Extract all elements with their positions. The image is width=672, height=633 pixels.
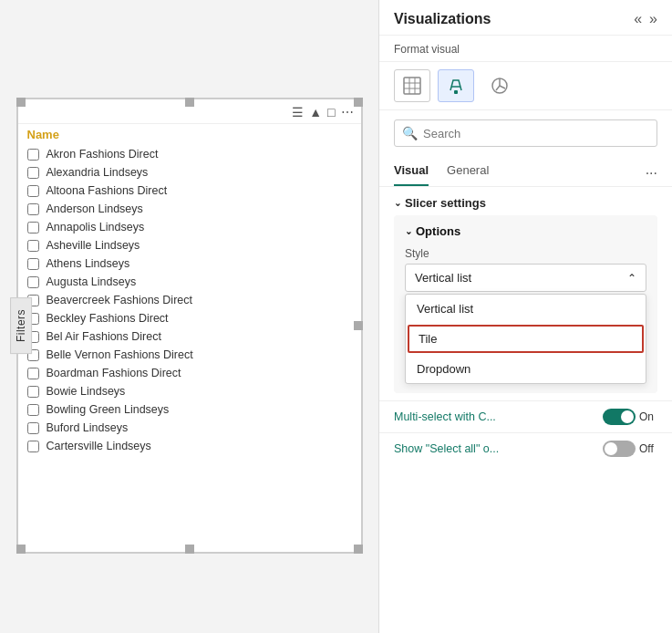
visualizations-header: Visualizations « » — [379, 0, 672, 36]
style-dropdown-trigger[interactable]: Vertical list ⌃ — [405, 264, 646, 292]
multi-select-knob — [621, 410, 634, 423]
list-item[interactable]: Bowie Lindseys — [22, 382, 357, 400]
chevron-right-icon[interactable]: » — [649, 11, 657, 27]
list-item[interactable]: Bel Air Fashions Direct — [22, 327, 357, 346]
handle-tm[interactable] — [185, 98, 194, 107]
show-select-all-state: Off — [639, 442, 657, 455]
dropdown-item-tile[interactable]: Tile — [408, 325, 644, 353]
more-icon[interactable]: ⋯ — [341, 105, 354, 119]
chevron-down-icon-options: ⌄ — [405, 226, 412, 236]
handle-tl[interactable] — [16, 98, 26, 107]
search-box[interactable]: 🔍 — [394, 119, 657, 147]
list-item-label: Boardman Fashions Direct — [47, 367, 181, 379]
show-select-all-toggle[interactable]: Off — [603, 441, 657, 457]
list-item[interactable]: Bowling Green Lindseys — [22, 400, 357, 419]
list-item-label: Buford Lindseys — [47, 421, 129, 434]
list-item-checkbox[interactable] — [27, 167, 39, 179]
visualizations-title: Visualizations — [394, 11, 491, 27]
list-item-checkbox[interactable] — [27, 368, 39, 379]
list-item[interactable]: Beckley Fashions Direct — [22, 309, 357, 327]
multi-select-track[interactable] — [603, 409, 636, 425]
analytics-icon-btn[interactable] — [481, 69, 518, 102]
list-item[interactable]: Athens Lindseys — [22, 254, 357, 273]
list-item-label: Beckley Fashions Direct — [47, 312, 169, 325]
format-visual-label: Format visual — [379, 36, 672, 62]
list-item[interactable]: Beavercreek Fashions Direct — [22, 291, 357, 309]
style-label: Style — [405, 247, 646, 260]
list-item-checkbox[interactable] — [27, 258, 39, 270]
list-item[interactable]: Annapolis Lindseys — [22, 218, 357, 236]
chevron-left-icon[interactable]: « — [634, 11, 642, 27]
handle-bl[interactable] — [16, 545, 26, 554]
list-item[interactable]: Asheville Lindseys — [22, 236, 357, 254]
list-item-label: Annapolis Lindseys — [47, 221, 145, 233]
tab-visual[interactable]: Visual — [394, 156, 429, 186]
dropdown-item-vertical[interactable]: Vertical list — [406, 295, 646, 323]
list-item-checkbox[interactable] — [27, 185, 39, 197]
show-select-all-knob — [605, 442, 617, 455]
slicer-list[interactable]: Akron Fashions DirectAlexandria Lindseys… — [18, 145, 361, 534]
handle-tr[interactable] — [354, 98, 363, 107]
list-item-checkbox[interactable] — [27, 441, 39, 452]
list-item[interactable]: Alexandria Lindseys — [22, 163, 357, 182]
list-item-checkbox[interactable] — [27, 422, 39, 434]
tabs-more[interactable]: ... — [646, 161, 657, 182]
list-item-label: Augusta Lindseys — [47, 275, 137, 288]
list-item-label: Alexandria Lindseys — [47, 166, 149, 179]
list-item[interactable]: Augusta Lindseys — [22, 273, 357, 291]
dropdown-item-dropdown[interactable]: Dropdown — [406, 355, 646, 383]
chevron-down-icon: ⌄ — [394, 198, 401, 208]
list-item-label: Asheville Lindseys — [47, 239, 140, 252]
list-item[interactable]: Cartersville Lindseys — [22, 437, 357, 455]
slicer-settings-header[interactable]: ⌄ Slicer settings — [379, 187, 672, 215]
list-item-checkbox[interactable] — [27, 222, 39, 233]
slicer-visual: ☰ ▲ □ ⋯ Name Akron Fashions DirectAlexan… — [16, 98, 363, 554]
list-item-checkbox[interactable] — [27, 276, 39, 288]
handle-br[interactable] — [354, 545, 363, 554]
paint-icon-btn[interactable] — [438, 69, 474, 102]
list-item-label: Bel Air Fashions Direct — [47, 330, 161, 343]
list-item-checkbox[interactable] — [27, 149, 39, 161]
search-input[interactable] — [423, 127, 649, 140]
style-dropdown-menu: Vertical list Tile Dropdown — [405, 294, 646, 384]
options-section: ⌄ Options Style Vertical list ⌃ Vertical… — [394, 215, 657, 393]
search-icon: 🔍 — [402, 126, 418, 140]
filters-tab[interactable]: Filters — [10, 297, 32, 354]
list-item-label: Anderson Lindseys — [47, 202, 143, 215]
hamburger-icon[interactable]: ☰ — [292, 105, 304, 119]
list-item[interactable]: Anderson Lindseys — [22, 200, 357, 218]
show-select-all-track[interactable] — [603, 441, 636, 457]
list-item-checkbox[interactable] — [27, 386, 39, 398]
list-item-checkbox[interactable] — [27, 240, 39, 252]
left-panel: ☰ ▲ □ ⋯ Name Akron Fashions DirectAlexan… — [0, 0, 378, 633]
style-dropdown-value: Vertical list — [415, 271, 471, 285]
list-item[interactable]: Altoona Fashions Direct — [22, 182, 357, 200]
show-select-all-label: Show "Select all" o... — [394, 442, 603, 455]
filter-icon[interactable]: ▲ — [309, 105, 322, 119]
list-item-label: Bowie Lindseys — [47, 385, 126, 398]
list-item-checkbox[interactable] — [27, 203, 39, 215]
multi-select-state: On — [639, 410, 657, 423]
list-item[interactable]: Akron Fashions Direct — [22, 145, 357, 163]
list-item-checkbox[interactable] — [27, 404, 39, 416]
expand-icon[interactable]: □ — [327, 105, 335, 119]
tab-general[interactable]: General — [447, 156, 489, 186]
multi-select-toggle[interactable]: On — [603, 409, 657, 425]
format-icons-row — [379, 62, 672, 110]
header-icons: « » — [634, 11, 657, 27]
list-item-label: Akron Fashions Direct — [47, 148, 159, 161]
list-item-label: Cartersville Lindseys — [47, 440, 151, 452]
table-icon-btn[interactable] — [394, 69, 430, 102]
tabs-row: Visual General ... — [379, 156, 672, 187]
list-item[interactable]: Buford Lindseys — [22, 419, 357, 437]
multi-select-row: Multi-select with C... On — [379, 400, 672, 432]
chevron-up-icon: ⌃ — [627, 272, 636, 285]
column-header: Name — [18, 124, 361, 145]
list-item[interactable]: Boardman Fashions Direct — [22, 364, 357, 382]
list-item-label: Athens Lindseys — [47, 257, 130, 270]
list-item-label: Bowling Green Lindseys — [47, 403, 170, 416]
list-item[interactable]: Belle Vernon Fashions Direct — [22, 346, 357, 364]
handle-bm[interactable] — [185, 545, 194, 554]
svg-rect-6 — [454, 90, 458, 94]
svg-rect-0 — [404, 78, 420, 94]
